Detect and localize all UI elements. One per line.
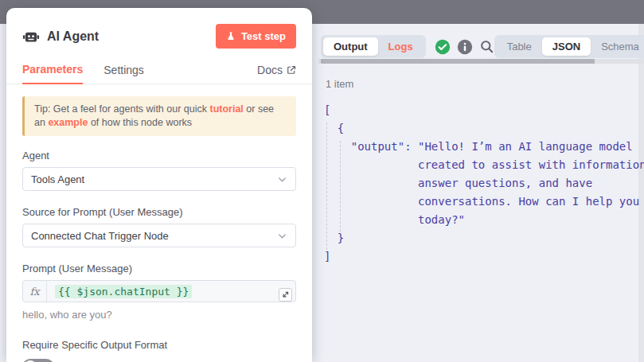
tab-docs[interactable]: Docs <box>257 59 296 84</box>
agent-field-label: Agent <box>22 150 296 162</box>
fx-badge: fx <box>23 281 47 302</box>
success-check-icon <box>435 39 451 55</box>
chevron-down-icon <box>277 174 287 185</box>
tab-table[interactable]: Table <box>497 37 542 56</box>
items-count: 1 item <box>326 78 353 90</box>
flask-icon <box>226 31 236 41</box>
tip-text-suffix: of how this node works <box>88 117 192 128</box>
prompt-expression-value[interactable]: {{ $json.chatInput }} <box>55 285 192 298</box>
external-link-icon <box>287 65 296 75</box>
agent-select[interactable]: Tools Agent <box>22 167 296 191</box>
tab-output[interactable]: Output <box>323 37 378 56</box>
expand-expression-button[interactable] <box>279 288 292 302</box>
test-step-button[interactable]: Test step <box>216 24 296 49</box>
horizontal-scrollbar-thumb[interactable] <box>321 59 595 64</box>
output-toolbar: Output Logs Table JSON Schema <box>321 35 633 58</box>
prompt-field-label: Prompt (User Message) <box>22 263 296 274</box>
tutorial-link[interactable]: tutorial <box>209 103 243 115</box>
tab-parameters[interactable]: Parameters <box>22 58 83 84</box>
source-select-value: Connected Chat Trigger Node <box>31 230 169 242</box>
expand-icon <box>281 290 290 299</box>
tip-callout: Tip: Get a feel for agents with our quic… <box>22 96 296 136</box>
chevron-down-icon <box>277 231 287 241</box>
panel-tabs: Parameters Settings Docs <box>6 58 312 84</box>
info-icon[interactable] <box>457 39 473 55</box>
tip-text-prefix: Tip: Get a feel for agents with our quic… <box>34 103 209 115</box>
tab-logs[interactable]: Logs <box>378 37 423 56</box>
parameters-form: Tip: Get a feel for agents with our quic… <box>6 84 312 362</box>
tab-schema[interactable]: Schema <box>591 37 644 56</box>
output-format-toggle[interactable] <box>22 359 54 362</box>
format-switch: Table JSON Schema <box>494 35 644 58</box>
docs-label: Docs <box>257 64 283 76</box>
horizontal-scrollbar-track[interactable] <box>318 59 644 64</box>
json-output-code[interactable]: [ { "output": "Hello! I’m an AI language… <box>324 101 644 266</box>
tab-settings[interactable]: Settings <box>103 59 144 84</box>
output-logs-switch: Output Logs <box>321 35 426 58</box>
source-select[interactable]: Connected Chat Trigger Node <box>22 224 296 247</box>
agent-select-value: Tools Agent <box>31 173 84 185</box>
test-step-label: Test step <box>241 30 286 42</box>
node-settings-panel: AI Agent Test step Parameters Settings D… <box>6 8 312 362</box>
prompt-expression-field[interactable]: fx {{ $json.chatInput }} <box>22 280 296 302</box>
prompt-resolved-preview: hello, who are you? <box>22 309 296 321</box>
example-link[interactable]: example <box>48 117 88 128</box>
robot-icon <box>22 28 40 45</box>
json-output-view: [ { "output": "Hello! I’m an AI language… <box>324 101 644 266</box>
output-format-label: Require Specific Output Format <box>22 339 296 351</box>
node-title: AI Agent <box>47 29 99 44</box>
tab-json[interactable]: JSON <box>542 37 591 56</box>
search-icon[interactable] <box>479 39 494 54</box>
panel-header: AI Agent Test step <box>6 8 312 49</box>
source-field-label: Source for Prompt (User Message) <box>22 206 296 218</box>
output-status-icons <box>435 39 494 55</box>
